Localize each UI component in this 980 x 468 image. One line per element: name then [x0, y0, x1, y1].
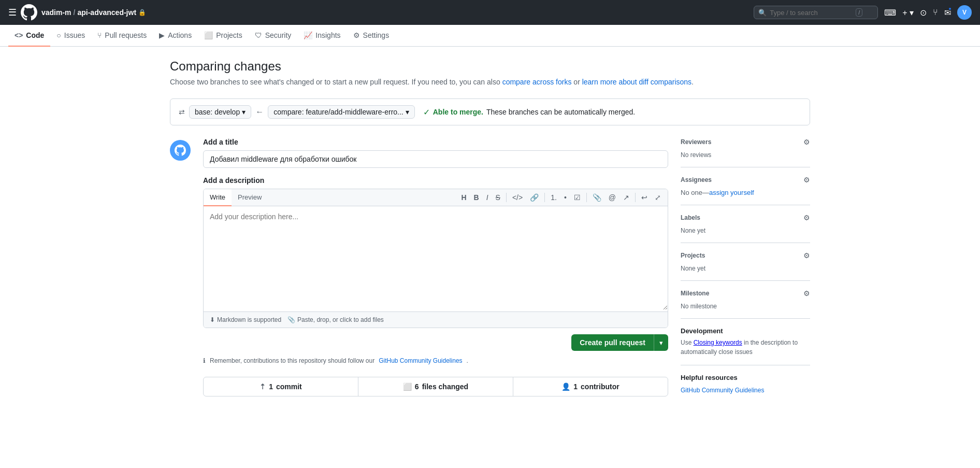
reviewers-gear-icon[interactable]: ⚙ — [803, 138, 810, 146]
reviewers-header: Reviewers ⚙ — [681, 138, 810, 146]
breadcrumb: vadim-m / api-advanced-jwt 🔒 — [41, 8, 146, 17]
assignees-section: Assignees ⚙ No one—assign yourself — [681, 176, 810, 205]
tab-actions[interactable]: ▶ Actions — [153, 25, 198, 47]
guidelines-link[interactable]: GitHub Community Guidelines — [379, 357, 462, 364]
actions-tab-icon: ▶ — [159, 31, 165, 39]
description-editor: Write Preview H B I S </> 🔗 1. • — [203, 189, 668, 328]
assign-yourself-link[interactable]: assign yourself — [709, 189, 754, 196]
projects-title: Projects — [681, 252, 705, 259]
description-textarea[interactable] — [204, 206, 668, 310]
hamburger-menu[interactable]: ☰ — [8, 7, 17, 18]
closing-keywords-link[interactable]: Closing keywords — [694, 339, 742, 346]
labels-gear-icon[interactable]: ⚙ — [803, 214, 810, 222]
milestone-gear-icon[interactable]: ⚙ — [803, 289, 810, 297]
toolbar-mention[interactable]: @ — [606, 192, 618, 203]
toolbar-code[interactable]: </> — [510, 192, 525, 203]
toolbar-link[interactable]: 🔗 — [527, 192, 541, 203]
lock-icon: 🔒 — [138, 9, 146, 16]
inbox-icon[interactable]: ✉ — [944, 8, 951, 18]
toolbar-bold[interactable]: B — [471, 192, 482, 203]
files-changed-stat[interactable]: ⬜ 6 files changed — [358, 377, 513, 396]
milestone-value: No milestone — [681, 303, 717, 310]
tab-code[interactable]: <> Code — [8, 25, 50, 47]
insights-tab-icon: 📈 — [304, 31, 312, 39]
compare-branch-button[interactable]: compare: feature/add-middleware-erro... … — [268, 105, 415, 119]
toolbar-undo[interactable]: ↩ — [639, 192, 650, 203]
tab-security[interactable]: 🛡 Security — [249, 25, 298, 47]
development-desc: Use Closing keywords in the description … — [681, 338, 810, 357]
compare-forks-link[interactable]: compare across forks — [502, 78, 572, 86]
editor-tabs-toolbar: Write Preview H B I S </> 🔗 1. • — [204, 189, 668, 206]
commits-icon: ⇡ — [260, 382, 266, 391]
create-pr-button[interactable]: Create pull request — [571, 334, 654, 351]
helpful-title: Helpful resources — [681, 374, 810, 381]
breadcrumb-repo[interactable]: api-advanced-jwt — [77, 8, 136, 17]
assignees-value: No one— — [681, 189, 709, 196]
toolbar-italic[interactable]: I — [484, 192, 491, 203]
labels-header: Labels ⚙ — [681, 214, 810, 222]
editor-tabs: Write Preview — [204, 189, 268, 206]
commits-stat[interactable]: ⇡ 1 commit — [204, 377, 358, 396]
stats-bar: ⇡ 1 commit ⬜ 6 files changed 👤 1 contrib… — [203, 377, 668, 396]
toolbar-divider-4 — [635, 193, 636, 202]
arrow-left-icon: ← — [255, 107, 264, 117]
contributors-icon: 👤 — [561, 382, 570, 391]
pull-requests-icon[interactable]: ⑂ — [933, 8, 938, 17]
toolbar-reference[interactable]: ↗ — [621, 192, 632, 203]
markdown-note: ⬇ Markdown is supported — [210, 316, 281, 323]
terminal-icon[interactable]: ⌨ — [884, 8, 896, 18]
pr-sidebar: Reviewers ⚙ No reviews Assignees ⚙ No on… — [681, 138, 810, 410]
assignees-gear-icon[interactable]: ⚙ — [803, 176, 810, 184]
pr-tab-icon: ⑂ — [97, 31, 102, 39]
notification-dot — [948, 7, 952, 11]
tab-preview[interactable]: Preview — [232, 189, 268, 206]
page-desc: Choose two branches to see what's change… — [170, 78, 810, 86]
search-bar[interactable]: 🔍 / — [754, 6, 878, 19]
toolbar-maximize[interactable]: ⤢ — [652, 192, 664, 203]
toolbar-heading[interactable]: H — [458, 192, 469, 203]
tab-projects[interactable]: ⬜ Projects — [198, 25, 249, 47]
toolbar-attach[interactable]: 📎 — [590, 192, 604, 203]
repo-nav: <> Code ○ Issues ⑂ Pull requests ▶ Actio… — [0, 25, 980, 47]
reviewers-value: No reviews — [681, 151, 711, 159]
plus-button[interactable]: + ▾ — [902, 8, 914, 18]
attach-note[interactable]: 📎 Paste, drop, or click to add files — [287, 316, 384, 323]
check-icon: ✓ — [423, 107, 430, 117]
contributors-stat[interactable]: 👤 1 contributor — [513, 377, 668, 396]
github-logo[interactable] — [21, 4, 37, 21]
files-icon: ⬜ — [403, 382, 412, 391]
tab-pull-requests[interactable]: ⑂ Pull requests — [91, 25, 153, 47]
toolbar-strikethrough[interactable]: S — [493, 192, 503, 203]
toolbar-task-list[interactable]: ☑ — [571, 192, 583, 203]
diff-comparisons-link[interactable]: learn more about diff comparisons — [582, 78, 691, 86]
breadcrumb-user[interactable]: vadim-m — [41, 8, 71, 17]
tab-issues[interactable]: ○ Issues — [50, 25, 91, 47]
base-branch-button[interactable]: base: develop ▾ — [189, 105, 251, 119]
breadcrumb-sep: / — [74, 8, 76, 17]
tab-insights[interactable]: 📈 Insights — [297, 25, 347, 47]
search-input[interactable] — [770, 9, 853, 17]
issues-icon[interactable]: ⊙ — [920, 8, 927, 18]
tab-write[interactable]: Write — [204, 189, 232, 206]
helpful-guidelines-link[interactable]: GitHub Community Guidelines — [681, 387, 764, 394]
avatar[interactable]: V — [957, 5, 972, 20]
labels-title: Labels — [681, 214, 700, 221]
reviewers-title: Reviewers — [681, 138, 711, 146]
projects-gear-icon[interactable]: ⚙ — [803, 251, 810, 260]
guidelines-note: ℹ Remember, contributions to this reposi… — [203, 357, 668, 364]
toolbar-divider-2 — [544, 193, 545, 202]
projects-header: Projects ⚙ — [681, 251, 810, 260]
top-bar-actions: ⌨ + ▾ ⊙ ⑂ ✉ V — [884, 5, 972, 20]
assignees-title: Assignees — [681, 176, 712, 183]
toolbar-unordered-list[interactable]: • — [561, 192, 569, 203]
create-pr-dropdown[interactable]: ▾ — [654, 334, 668, 351]
tab-settings[interactable]: ⚙ Settings — [347, 25, 396, 47]
toolbar-ordered-list[interactable]: 1. — [548, 192, 559, 203]
pr-title-input[interactable] — [203, 150, 668, 168]
assignees-header: Assignees ⚙ — [681, 176, 810, 184]
compare-arrows-icon: ⇄ — [179, 108, 185, 116]
labels-value: None yet — [681, 227, 705, 234]
branch-selector-row: ⇄ base: develop ▾ ← compare: feature/add… — [170, 98, 810, 125]
code-icon: <> — [15, 31, 23, 39]
milestone-title: Milestone — [681, 290, 709, 297]
